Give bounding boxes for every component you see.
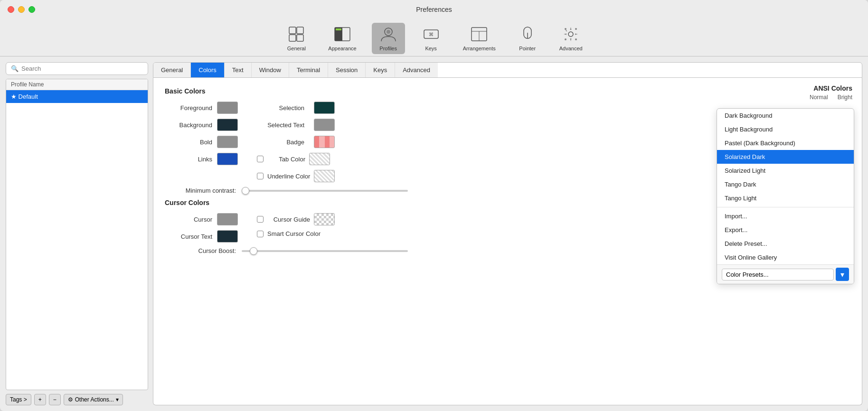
selection-swatch[interactable] — [314, 102, 335, 114]
cursor-label: Cursor — [165, 216, 212, 223]
badge-row: Badge — [257, 136, 335, 148]
bold-row: Bold — [165, 136, 238, 148]
preset-solarized-dark[interactable]: Solarized Dark — [717, 150, 854, 164]
panel-content: Basic Colors Foreground Background — [153, 78, 862, 405]
toolbar-item-appearance[interactable]: Appearance — [322, 23, 362, 54]
color-presets-select[interactable]: Color Presets... — [722, 269, 834, 280]
window-title: Preferences — [416, 6, 452, 13]
preset-tango-dark[interactable]: Tango Dark — [717, 177, 854, 191]
cursor-row: Cursor — [165, 213, 238, 225]
tab-terminal[interactable]: Terminal — [289, 63, 328, 77]
maximize-button[interactable] — [28, 6, 35, 13]
foreground-row: Foreground — [165, 102, 238, 114]
pointer-icon — [518, 25, 537, 44]
selected-text-swatch[interactable] — [314, 119, 335, 131]
toolbar-item-advanced[interactable]: Advanced — [554, 23, 588, 54]
svg-point-17 — [565, 28, 566, 30]
gear-icon: ⚙ — [68, 396, 73, 403]
selection-row: Selection — [257, 102, 335, 114]
toolbar-general-label: General — [287, 46, 306, 51]
tab-text[interactable]: Text — [225, 63, 252, 77]
content-area: 🔍 Profile Name ★ Default Tags > + − — [0, 56, 868, 411]
svg-rect-0 — [289, 27, 296, 34]
toolbar-item-pointer[interactable]: Pointer — [511, 23, 544, 54]
minimize-button[interactable] — [18, 6, 25, 13]
preset-solarized-light[interactable]: Solarized Light — [717, 164, 854, 177]
underline-color-swatch[interactable] — [314, 170, 335, 182]
color-presets-dropdown: Dark Background Light Background Pastel … — [717, 108, 854, 284]
preset-tango-light[interactable]: Tango Light — [717, 191, 854, 205]
tab-color-row: Tab Color — [257, 153, 335, 165]
preset-pastel-dark[interactable]: Pastel (Dark Background) — [717, 136, 854, 150]
remove-profile-button[interactable]: − — [49, 394, 61, 405]
selected-text-label: Selected Text — [257, 121, 304, 129]
preset-light-background[interactable]: Light Background — [717, 122, 854, 136]
svg-rect-1 — [297, 27, 303, 34]
tab-color-swatch[interactable] — [309, 153, 330, 165]
preset-export[interactable]: Export... — [717, 223, 854, 237]
cursor-guide-checkbox[interactable] — [257, 216, 264, 223]
tab-general[interactable]: General — [153, 63, 191, 77]
toolbar-item-profiles[interactable]: Profiles — [372, 23, 405, 54]
title-bar: Preferences — [0, 0, 868, 19]
close-button[interactable] — [8, 6, 14, 13]
svg-point-16 — [568, 32, 573, 37]
tab-color-label: Tab Color — [267, 156, 305, 163]
min-contrast-label: Minimum contrast: — [165, 187, 236, 194]
sidebar-footer: Tags > + − ⚙ Other Actions... ▾ — [6, 394, 148, 405]
foreground-swatch[interactable] — [217, 102, 238, 114]
svg-point-20 — [575, 38, 577, 40]
ansi-colors-title: ANSI Colors — [712, 84, 854, 92]
profile-item-default[interactable]: ★ Default — [6, 90, 148, 103]
badge-swatch[interactable] — [314, 136, 335, 148]
general-icon — [287, 25, 306, 44]
profile-list: Profile Name ★ Default — [6, 79, 148, 390]
cursor-swatch[interactable] — [217, 213, 238, 225]
dropdown-footer: Color Presets... ▾ — [717, 264, 854, 284]
cursor-boost-slider[interactable] — [242, 250, 408, 252]
toolbar-profiles-label: Profiles — [379, 46, 397, 51]
toolbar-item-arrangements[interactable]: Arrangements — [457, 23, 501, 54]
tab-colors[interactable]: Colors — [191, 63, 225, 77]
search-input[interactable] — [21, 65, 143, 72]
tags-button[interactable]: Tags > — [6, 394, 31, 405]
svg-point-8 — [387, 30, 390, 34]
ansi-normal-label: Normal — [810, 94, 828, 101]
keys-icon: ⌘ — [422, 25, 441, 44]
toolbar-advanced-label: Advanced — [559, 46, 583, 51]
min-contrast-slider[interactable] — [242, 190, 408, 192]
other-actions-button[interactable]: ⚙ Other Actions... ▾ — [64, 394, 123, 405]
toolbar-item-general[interactable]: General — [280, 23, 313, 54]
bold-swatch[interactable] — [217, 136, 238, 148]
tab-bar: General Colors Text Window Terminal Sess… — [153, 62, 862, 78]
tab-advanced[interactable]: Advanced — [395, 63, 438, 77]
dropdown-chevron-icon: ▾ — [840, 270, 844, 279]
cursor-guide-swatch[interactable] — [314, 213, 335, 225]
smart-cursor-row: Smart Cursor Color — [257, 230, 335, 237]
background-swatch[interactable] — [217, 119, 238, 131]
background-row: Background — [165, 119, 238, 131]
preset-delete[interactable]: Delete Preset... — [717, 237, 854, 251]
toolbar-item-keys[interactable]: ⌘ Keys — [415, 23, 448, 54]
links-swatch[interactable] — [217, 153, 238, 165]
badge-label: Badge — [257, 139, 304, 146]
tab-window[interactable]: Window — [252, 63, 289, 77]
preset-visit-gallery[interactable]: Visit Online Gallery — [717, 251, 854, 264]
tab-keys[interactable]: Keys — [366, 63, 395, 77]
search-bar[interactable]: 🔍 — [6, 62, 148, 75]
preset-dark-background[interactable]: Dark Background — [717, 109, 854, 122]
preset-import[interactable]: Import... — [717, 209, 854, 223]
add-profile-button[interactable]: + — [34, 394, 46, 405]
advanced-icon — [561, 25, 580, 44]
underline-color-row: Underline Color — [257, 170, 335, 182]
svg-text:⌘: ⌘ — [429, 32, 434, 37]
underline-color-checkbox[interactable] — [257, 173, 264, 179]
cursor-text-swatch[interactable] — [217, 230, 238, 243]
profiles-icon — [379, 25, 398, 44]
smart-cursor-checkbox[interactable] — [257, 231, 264, 237]
tab-session[interactable]: Session — [328, 63, 366, 77]
tab-color-checkbox[interactable] — [257, 156, 264, 162]
toolbar-keys-label: Keys — [425, 46, 436, 51]
ansi-bright-label: Bright — [838, 94, 852, 101]
color-presets-arrow-button[interactable]: ▾ — [836, 268, 849, 281]
